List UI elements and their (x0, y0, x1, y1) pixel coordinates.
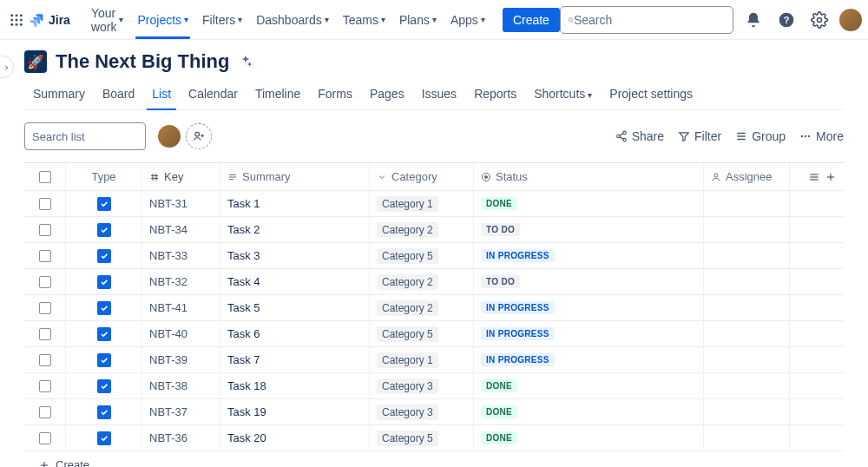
tab-timeline[interactable]: Timeline (247, 80, 309, 109)
tab-project-settings[interactable]: Project settings (601, 80, 701, 109)
user-avatar[interactable] (156, 123, 182, 149)
row-category-cell[interactable]: Category 2 (370, 217, 474, 242)
table-row[interactable]: NBT-38Task 18Category 3DONE (24, 373, 844, 399)
col-key[interactable]: Key (142, 163, 220, 190)
create-button[interactable]: Create (503, 8, 560, 32)
table-row[interactable]: NBT-31Task 1Category 1DONE (24, 191, 844, 217)
row-category-cell[interactable]: Category 1 (370, 347, 474, 372)
create-row-button[interactable]: Create (24, 451, 844, 467)
row-select-cell[interactable] (24, 321, 66, 346)
table-row[interactable]: NBT-39Task 7Category 1IN PROGRESS (24, 347, 844, 373)
list-search[interactable] (24, 122, 146, 150)
row-category-cell[interactable]: Category 3 (370, 399, 474, 424)
row-select-cell[interactable] (24, 243, 66, 268)
row-checkbox[interactable] (39, 432, 51, 444)
row-checkbox[interactable] (39, 328, 51, 340)
tab-calendar[interactable]: Calendar (180, 80, 247, 109)
row-select-cell[interactable] (24, 295, 66, 320)
row-assignee-cell[interactable] (704, 399, 790, 424)
tab-list[interactable]: List (143, 80, 180, 109)
row-status-cell[interactable]: DONE (474, 425, 704, 451)
col-type[interactable]: Type (66, 163, 142, 190)
tab-summary[interactable]: Summary (24, 80, 94, 109)
row-summary-cell[interactable]: Task 5 (220, 295, 370, 320)
row-category-cell[interactable]: Category 1 (370, 191, 474, 216)
tab-reports[interactable]: Reports (465, 80, 525, 109)
app-switcher-icon[interactable] (9, 10, 24, 30)
row-summary-cell[interactable]: Task 2 (220, 217, 370, 242)
row-assignee-cell[interactable] (704, 347, 790, 372)
row-select-cell[interactable] (24, 269, 66, 294)
row-category-cell[interactable]: Category 5 (370, 425, 474, 451)
row-status-cell[interactable]: TO DO (474, 269, 704, 294)
row-checkbox[interactable] (39, 406, 51, 418)
share-button[interactable]: Share (615, 129, 664, 143)
row-summary-cell[interactable]: Task 7 (220, 347, 370, 372)
row-select-cell[interactable] (24, 425, 66, 451)
row-assignee-cell[interactable] (704, 269, 790, 294)
row-summary-cell[interactable]: Task 3 (220, 243, 370, 268)
ai-sparkle-icon[interactable] (238, 54, 253, 69)
global-search-input[interactable] (574, 13, 726, 27)
table-row[interactable]: NBT-32Task 4Category 2TO DO (24, 269, 844, 295)
table-row[interactable]: NBT-34Task 2Category 2TO DO (24, 217, 844, 243)
notifications-icon[interactable] (740, 7, 766, 33)
row-summary-cell[interactable]: Task 18 (220, 373, 370, 398)
row-assignee-cell[interactable] (704, 243, 790, 268)
row-status-cell[interactable]: DONE (474, 191, 704, 216)
row-key-cell[interactable]: NBT-40 (142, 321, 220, 346)
row-checkbox[interactable] (39, 198, 51, 210)
row-checkbox[interactable] (39, 224, 51, 236)
row-select-cell[interactable] (24, 191, 66, 216)
row-select-cell[interactable] (24, 399, 66, 424)
tab-forms[interactable]: Forms (309, 80, 361, 109)
nav-item-apps[interactable]: Apps▾ (444, 0, 492, 39)
col-category[interactable]: Category (370, 163, 474, 190)
table-row[interactable]: NBT-33Task 3Category 5IN PROGRESS (24, 243, 844, 269)
row-category-cell[interactable]: Category 2 (370, 295, 474, 320)
add-column-icon[interactable] (825, 171, 837, 183)
profile-avatar[interactable] (839, 9, 862, 31)
col-summary[interactable]: Summary (220, 163, 370, 190)
row-key-cell[interactable]: NBT-39 (142, 347, 220, 372)
add-people-button[interactable] (186, 123, 212, 149)
row-checkbox[interactable] (39, 380, 51, 392)
row-assignee-cell[interactable] (704, 425, 790, 451)
row-status-cell[interactable]: DONE (474, 373, 704, 398)
nav-item-filters[interactable]: Filters▾ (195, 0, 249, 39)
tab-issues[interactable]: Issues (413, 80, 465, 109)
table-row[interactable]: NBT-40Task 6Category 5IN PROGRESS (24, 321, 844, 347)
row-key-cell[interactable]: NBT-31 (142, 191, 220, 216)
row-checkbox[interactable] (39, 302, 51, 314)
row-checkbox[interactable] (39, 250, 51, 262)
row-assignee-cell[interactable] (704, 295, 790, 320)
nav-item-teams[interactable]: Teams▾ (336, 0, 392, 39)
tab-shortcuts[interactable]: Shortcuts▾ (525, 80, 601, 109)
table-row[interactable]: NBT-37Task 19Category 3DONE (24, 399, 844, 425)
row-checkbox[interactable] (39, 276, 51, 288)
filter-button[interactable]: Filter (678, 129, 721, 143)
table-row[interactable]: NBT-36Task 20Category 5DONE (24, 425, 844, 451)
row-status-cell[interactable]: TO DO (474, 217, 704, 242)
col-assignee[interactable]: Assignee (704, 163, 790, 190)
row-key-cell[interactable]: NBT-33 (142, 243, 220, 268)
row-select-cell[interactable] (24, 217, 66, 242)
row-category-cell[interactable]: Category 2 (370, 269, 474, 294)
more-button[interactable]: More (799, 129, 844, 143)
row-category-cell[interactable]: Category 3 (370, 373, 474, 398)
row-key-cell[interactable]: NBT-34 (142, 217, 220, 242)
row-key-cell[interactable]: NBT-37 (142, 399, 220, 424)
nav-item-your-work[interactable]: Your work▾ (84, 0, 131, 39)
row-status-cell[interactable]: IN PROGRESS (474, 295, 704, 320)
row-assignee-cell[interactable] (704, 191, 790, 216)
row-category-cell[interactable]: Category 5 (370, 243, 474, 268)
row-summary-cell[interactable]: Task 1 (220, 191, 370, 216)
help-icon[interactable]: ? (773, 7, 799, 33)
row-summary-cell[interactable]: Task 20 (220, 425, 370, 451)
nav-item-dashboards[interactable]: Dashboards▾ (249, 0, 336, 39)
row-select-cell[interactable] (24, 347, 66, 372)
row-assignee-cell[interactable] (704, 373, 790, 398)
row-select-cell[interactable] (24, 373, 66, 398)
row-category-cell[interactable]: Category 5 (370, 321, 474, 346)
tab-pages[interactable]: Pages (361, 80, 413, 109)
